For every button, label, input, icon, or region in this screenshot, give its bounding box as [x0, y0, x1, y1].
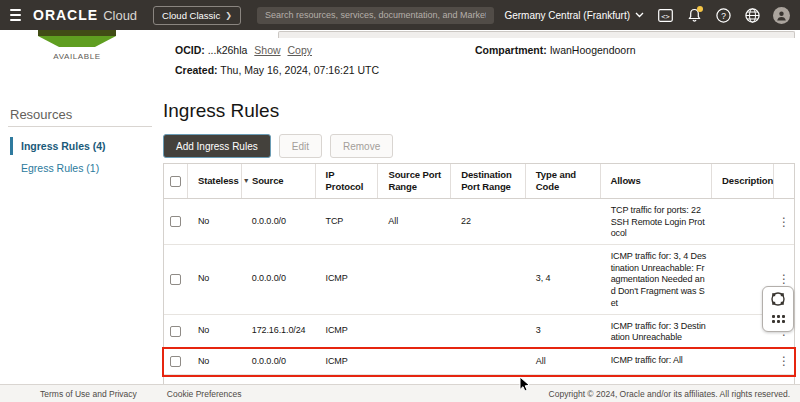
- terms-link[interactable]: Terms of Use and Privacy: [40, 389, 137, 399]
- row-actions-cell: ⋮: [774, 199, 794, 244]
- column-header-actions: [774, 164, 794, 198]
- cell-protocol: TCP: [316, 199, 379, 244]
- table-header-row: Stateless▼ Source IP Protocol Source Por…: [164, 164, 794, 199]
- row-checkbox-cell: [164, 245, 188, 313]
- cloud-classic-label: Cloud Classic: [162, 10, 220, 21]
- row-actions-cell: ⋮: [774, 349, 794, 374]
- column-header-stateless[interactable]: Stateless▼: [188, 164, 242, 198]
- row-checkbox[interactable]: [170, 326, 181, 337]
- column-header-type-code: Type and Code: [526, 164, 601, 198]
- row-checkbox[interactable]: [170, 216, 181, 227]
- cell-source-port: [378, 315, 451, 348]
- cell-protocol: ICMP: [316, 315, 379, 348]
- kebab-menu-icon[interactable]: ⋮: [778, 355, 790, 367]
- brand-cloud: Cloud: [103, 8, 137, 23]
- hamburger-menu-icon[interactable]: [10, 9, 21, 21]
- cell-source-port: [378, 245, 451, 313]
- cell-source: 0.0.0.0/0: [242, 199, 316, 244]
- cell-allows: TCP traffic for ports: 22 SSH Remote Log…: [601, 199, 713, 244]
- row-checkbox[interactable]: [170, 274, 181, 285]
- search-input[interactable]: [257, 7, 495, 24]
- topbar-right-group: Germany Central (Frankfurt) <> ?: [504, 7, 790, 24]
- top-navigation-bar: ORACLE Cloud Cloud Classic ❯ Germany Cen…: [0, 0, 800, 30]
- ocid-value: ...k26hla: [208, 44, 248, 56]
- table-row: No 0.0.0.0/0 TCP All 22 TCP traffic for …: [164, 199, 794, 245]
- cookie-preferences-link[interactable]: Cookie Preferences: [167, 389, 242, 399]
- column-header-allows: Allows: [601, 164, 713, 198]
- table-toolbar: Add Ingress Rules Edit Remove: [163, 134, 393, 158]
- cell-allows: ICMP traffic for: 3 Destination Unreacha…: [601, 315, 713, 348]
- ocid-copy-link[interactable]: Copy: [287, 44, 312, 56]
- notifications-bell-icon[interactable]: [686, 7, 702, 23]
- resource-details: OCID: ...k26hla Show Copy Created: Thu, …: [175, 44, 379, 84]
- cell-source-port: [378, 349, 451, 374]
- region-selector[interactable]: Germany Central (Frankfurt): [504, 10, 644, 21]
- chevron-down-icon: [635, 12, 644, 18]
- cell-description: [712, 349, 774, 374]
- created-label: Created:: [175, 64, 218, 76]
- cell-stateless: No: [188, 245, 242, 313]
- svg-text:?: ?: [721, 10, 726, 20]
- column-header-description: Description: [712, 164, 774, 198]
- column-header-protocol: IP Protocol: [316, 164, 379, 198]
- cell-stateless: No: [188, 349, 242, 374]
- ingress-rules-table: Stateless▼ Source IP Protocol Source Por…: [163, 163, 795, 400]
- mouse-cursor: [519, 376, 531, 397]
- cell-destination-port: [451, 349, 526, 374]
- ocid-show-link[interactable]: Show: [254, 44, 280, 56]
- page-footer: Terms of Use and Privacy Cookie Preferen…: [0, 384, 800, 402]
- created-line: Created: Thu, May 16, 2024, 07:16:21 UTC: [175, 64, 379, 76]
- cell-destination-port: [451, 315, 526, 348]
- cell-type-code: All: [526, 349, 601, 374]
- user-avatar[interactable]: [773, 7, 790, 24]
- help-icon[interactable]: ?: [715, 7, 731, 23]
- resources-divider: [8, 126, 152, 127]
- cell-type-code: 3: [526, 315, 601, 348]
- cell-stateless: No: [188, 315, 242, 348]
- cell-stateless: No: [188, 199, 242, 244]
- developer-tools-icon[interactable]: <>: [657, 7, 673, 23]
- cell-type-code: [526, 199, 601, 244]
- cell-source-port: All: [378, 199, 451, 244]
- sidebar-item-egress-rules[interactable]: Egress Rules (1): [10, 159, 99, 177]
- copyright-text: Copyright © 2024, Oracle and/or its affi…: [549, 389, 790, 399]
- select-all-cell: [164, 164, 188, 198]
- notification-dot: [697, 6, 703, 12]
- table-row-highlighted: No 0.0.0.0/0 ICMP All ICMP traffic for: …: [164, 349, 794, 375]
- drag-handle-icon[interactable]: [768, 310, 788, 328]
- add-ingress-rules-button[interactable]: Add Ingress Rules: [163, 134, 271, 158]
- remove-button[interactable]: Remove: [330, 134, 393, 158]
- cloud-classic-button[interactable]: Cloud Classic ❯: [153, 6, 241, 25]
- kebab-menu-icon[interactable]: ⋮: [778, 216, 790, 228]
- floating-capture-widget: [762, 286, 794, 332]
- cell-source: 172.16.1.0/24: [242, 315, 316, 348]
- cell-allows: ICMP traffic for: 3, 4 Destination Unrea…: [601, 245, 713, 313]
- row-checkbox[interactable]: [170, 356, 181, 367]
- region-label: Germany Central (Frankfurt): [504, 10, 630, 21]
- row-checkbox-cell: [164, 199, 188, 244]
- language-globe-icon[interactable]: [744, 7, 760, 23]
- panel-top-edge: [278, 31, 795, 38]
- created-value: Thu, May 16, 2024, 07:16:21 UTC: [220, 64, 379, 76]
- cell-source: 0.0.0.0/0: [242, 245, 316, 313]
- column-header-source: Source: [242, 164, 316, 198]
- column-header-destination-port: Destination Port Range: [451, 164, 526, 198]
- oracle-cloud-logo: ORACLE Cloud: [33, 7, 137, 23]
- cell-destination-port: [451, 245, 526, 313]
- capture-target-icon[interactable]: [768, 290, 788, 308]
- cell-protocol: ICMP: [316, 349, 379, 374]
- brand-oracle: ORACLE: [33, 7, 98, 23]
- resources-heading: Resources: [10, 107, 72, 122]
- compartment-line: Compartment: IwanHoogendoorn: [475, 44, 636, 56]
- cell-allows: ICMP traffic for: All: [601, 349, 713, 374]
- status-hexagon-icon: [38, 30, 116, 47]
- select-all-checkbox[interactable]: [170, 176, 181, 187]
- table-row: No 0.0.0.0/0 ICMP 3, 4 ICMP traffic for:…: [164, 245, 794, 314]
- status-badge: AVAILABLE: [38, 52, 116, 61]
- edit-button[interactable]: Edit: [279, 134, 322, 158]
- cell-destination-port: 22: [451, 199, 526, 244]
- kebab-menu-icon[interactable]: ⋮: [778, 273, 790, 285]
- sidebar-item-ingress-rules[interactable]: Ingress Rules (4): [10, 137, 106, 155]
- column-header-source-port: Source Port Range: [378, 164, 451, 198]
- svg-text:<>: <>: [661, 12, 669, 20]
